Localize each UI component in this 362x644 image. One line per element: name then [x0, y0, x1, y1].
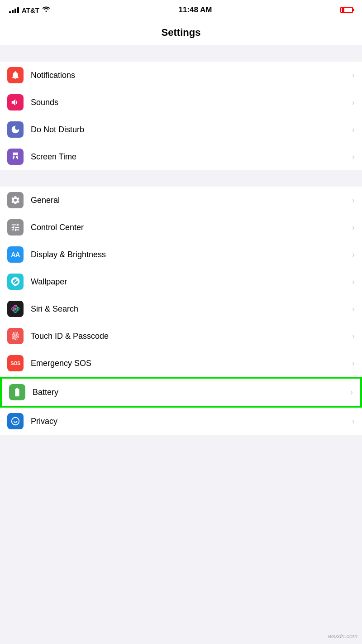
battery-highlight-container: Battery ›	[0, 377, 362, 408]
screen-time-icon	[7, 149, 24, 165]
chevron-icon: ›	[352, 332, 355, 341]
wallpaper-label: Wallpaper	[31, 277, 352, 287]
general-icon	[7, 192, 24, 208]
settings-item-battery[interactable]: Battery ›	[2, 379, 360, 406]
section-separator	[0, 170, 362, 187]
settings-item-wallpaper[interactable]: Wallpaper ›	[0, 268, 362, 295]
settings-item-do-not-disturb[interactable]: Do Not Disturb ›	[0, 116, 362, 143]
siri-search-icon	[7, 301, 24, 317]
sounds-icon	[7, 94, 24, 111]
emergency-sos-icon: SOS	[7, 355, 24, 371]
chevron-icon: ›	[352, 304, 355, 314]
battery-label: Battery	[33, 388, 350, 397]
settings-item-screen-time[interactable]: Screen Time ›	[0, 143, 362, 170]
page-title: Settings	[162, 27, 201, 38]
top-section-separator	[0, 45, 362, 62]
screen-time-label: Screen Time	[31, 152, 352, 162]
touch-id-icon	[7, 328, 24, 344]
settings-group-2: General › Control Center › AA Display & …	[0, 187, 362, 435]
do-not-disturb-icon	[7, 121, 24, 138]
chevron-icon: ›	[352, 125, 355, 135]
signal-bars-icon	[9, 7, 19, 13]
notifications-icon	[7, 67, 24, 83]
touch-id-label: Touch ID & Passcode	[31, 332, 352, 341]
battery-icon	[9, 384, 25, 400]
settings-item-general[interactable]: General ›	[0, 187, 362, 214]
settings-item-privacy[interactable]: Privacy ›	[0, 408, 362, 435]
svg-point-2	[14, 308, 17, 310]
battery-status-icon	[340, 7, 353, 13]
display-brightness-icon: AA	[7, 246, 24, 263]
chevron-icon: ›	[352, 71, 355, 80]
wifi-icon	[42, 6, 50, 14]
chevron-icon: ›	[352, 417, 355, 426]
general-label: General	[31, 196, 352, 205]
chevron-icon: ›	[352, 223, 355, 232]
settings-item-siri-search[interactable]: Siri & Search ›	[0, 295, 362, 322]
chevron-icon: ›	[352, 196, 355, 205]
chevron-icon: ›	[352, 277, 355, 287]
chevron-icon: ›	[352, 250, 355, 260]
chevron-icon: ›	[352, 152, 355, 162]
time-display: 11:48 AM	[178, 5, 212, 14]
carrier-label: AT&T	[22, 6, 39, 14]
navigation-bar: Settings	[0, 20, 362, 45]
status-left: AT&T	[9, 6, 50, 14]
settings-item-emergency-sos[interactable]: SOS Emergency SOS ›	[0, 350, 362, 377]
siri-search-label: Siri & Search	[31, 304, 352, 314]
settings-group-1: Notifications › Sounds › Do Not Disturb …	[0, 62, 362, 170]
display-brightness-label: Display & Brightness	[31, 250, 352, 260]
settings-item-sounds[interactable]: Sounds ›	[0, 89, 362, 116]
chevron-icon: ›	[352, 359, 355, 368]
chevron-icon: ›	[352, 98, 355, 107]
control-center-label: Control Center	[31, 223, 352, 232]
settings-item-display-brightness[interactable]: AA Display & Brightness ›	[0, 241, 362, 268]
emergency-sos-label: Emergency SOS	[31, 359, 352, 368]
settings-item-control-center[interactable]: Control Center ›	[0, 214, 362, 241]
chevron-icon: ›	[350, 388, 353, 397]
privacy-label: Privacy	[31, 417, 352, 426]
sounds-label: Sounds	[31, 98, 352, 107]
control-center-icon	[7, 219, 24, 235]
settings-item-touch-id[interactable]: Touch ID & Passcode ›	[0, 322, 362, 350]
status-right	[340, 7, 353, 13]
wallpaper-icon	[7, 274, 24, 290]
settings-item-notifications[interactable]: Notifications ›	[0, 62, 362, 89]
notifications-label: Notifications	[31, 71, 352, 80]
status-bar: AT&T 11:48 AM	[0, 0, 362, 20]
watermark: wsxdn.com	[328, 633, 357, 639]
privacy-icon	[7, 413, 24, 429]
do-not-disturb-label: Do Not Disturb	[31, 125, 352, 135]
